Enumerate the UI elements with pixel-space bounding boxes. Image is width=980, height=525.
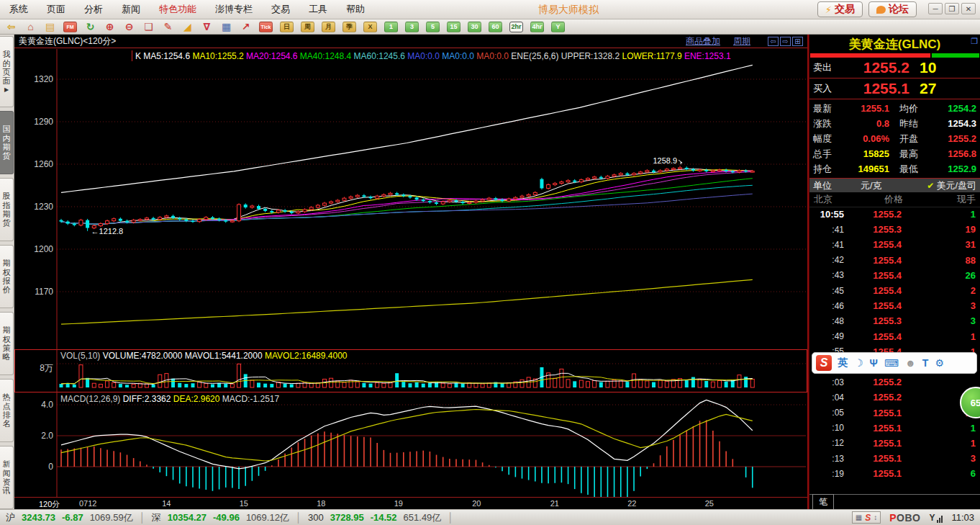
- next-contract-icon[interactable]: ⇨: [780, 37, 791, 46]
- restore-window-icon[interactable]: ❐: [971, 37, 978, 46]
- index-value: 10354.27: [168, 512, 207, 523]
- split-window-icon[interactable]: ⊞: [792, 37, 803, 46]
- indicator-value: MACD(12,26,9): [60, 394, 123, 404]
- menu-item-交易[interactable]: 交易: [262, 0, 299, 19]
- toolbar-copy-icon[interactable]: ❏: [142, 21, 155, 32]
- toolbar-period-4hr[interactable]: 4hr: [530, 22, 544, 32]
- close-button[interactable]: ✕: [961, 3, 976, 14]
- menu-item-澎博专栏[interactable]: 澎博专栏: [206, 0, 262, 19]
- toolbar-period-日[interactable]: 日: [280, 22, 294, 32]
- toolbar-trend-icon[interactable]: ↗: [240, 21, 252, 32]
- index-value: 3728.95: [330, 512, 364, 523]
- sidebar-tab-热点排名[interactable]: 热点排名: [0, 379, 14, 442]
- tick-time: :13: [814, 454, 844, 464]
- stat-value: 1254.2: [925, 103, 976, 114]
- sidebar-tab-我的页面[interactable]: 我的页面▶: [0, 36, 14, 107]
- toolbar-draw-icon[interactable]: ✎: [162, 21, 174, 32]
- tick-time: :19: [814, 469, 844, 479]
- sidebar-tab-期权报价[interactable]: 期权报价: [0, 245, 14, 308]
- toolbar-zoom-in-icon[interactable]: ⊕: [104, 21, 116, 32]
- sidebar-tab-国内期货[interactable]: 国内期货: [0, 111, 14, 174]
- menu-item-帮助[interactable]: 帮助: [337, 0, 374, 19]
- tick-price: 1255.1: [851, 408, 902, 418]
- tick-row: :431255.426: [809, 268, 980, 283]
- overlay-commodity-link[interactable]: 商品叠加: [686, 35, 720, 48]
- ime-keyboard-icon[interactable]: ⌨: [884, 357, 899, 369]
- tab-tick[interactable]: 笔: [812, 494, 834, 509]
- ime-person-icon[interactable]: ☻: [905, 357, 916, 369]
- x-axis-label: 14: [162, 499, 171, 508]
- period-link[interactable]: 周期: [733, 35, 750, 48]
- toolbar-period-60[interactable]: 60: [489, 22, 502, 32]
- toolbar-back-icon[interactable]: ⇦: [5, 21, 17, 32]
- toolbar-period-5[interactable]: 5: [426, 22, 440, 32]
- ime-shirt-icon[interactable]: T: [922, 357, 929, 369]
- tick-price: 1255.1: [851, 468, 902, 479]
- tick-row: :051255.115: [809, 405, 980, 420]
- toolbar-home-icon[interactable]: ⌂: [24, 21, 37, 32]
- menu-item-系统[interactable]: 系统: [0, 0, 37, 19]
- stat-label: 最低: [899, 163, 925, 176]
- tick-volume: 3: [902, 300, 976, 311]
- titlebar-button-论坛[interactable]: 论坛: [868, 1, 917, 17]
- toolbar-period-Y[interactable]: Y: [551, 22, 565, 32]
- bid-row: 买入 1255.1 27: [809, 78, 980, 99]
- tick-price: 1255.1: [851, 423, 902, 434]
- tick-row: :191255.16: [809, 466, 980, 481]
- app-title: 博易大师模拟: [538, 4, 599, 17]
- toolbar-period-3[interactable]: 3: [405, 22, 419, 32]
- index-change: -49.96: [213, 512, 240, 523]
- maximize-button[interactable]: ❐: [945, 3, 959, 14]
- x-axis-label: 19: [394, 499, 403, 508]
- toolbar-report-icon[interactable]: ▦: [220, 21, 232, 32]
- toolbar-period-30[interactable]: 30: [468, 22, 481, 32]
- ime-moon-icon[interactable]: ☽: [854, 357, 863, 369]
- toolbar-refresh-icon[interactable]: ↻: [84, 21, 96, 32]
- ime-tray-widget[interactable]: ▦ S ↕: [852, 511, 881, 524]
- menu-item-新闻[interactable]: 新闻: [112, 0, 150, 19]
- menu-item-页面[interactable]: 页面: [37, 0, 75, 19]
- sidebar-tab-股指期货[interactable]: 股指期货: [0, 178, 14, 241]
- toolbar-period-周[interactable]: 周: [301, 22, 314, 32]
- sidebar-tab-新闻资讯[interactable]: 新闻资讯: [0, 446, 14, 509]
- toolbar-period-季[interactable]: 季: [342, 22, 356, 32]
- toolbar-period-2hr-active[interactable]: 2hr: [509, 22, 523, 32]
- unit-option-yuan-gram[interactable]: 元/克: [861, 179, 882, 192]
- prev-contract-icon[interactable]: ⇦: [768, 37, 779, 46]
- ime-mic-icon[interactable]: Ψ: [870, 357, 878, 369]
- toolbar-period-15[interactable]: 15: [447, 22, 460, 32]
- unit-option-usd-ounce[interactable]: 美元/盘司: [936, 179, 976, 192]
- menu-item-分析[interactable]: 分析: [75, 0, 112, 19]
- toolbar-alert-icon[interactable]: ◢: [181, 21, 194, 32]
- sidebar-tab-期权策略[interactable]: 期权策略: [0, 312, 14, 375]
- toolbar-fm-icon[interactable]: FM: [63, 22, 77, 32]
- toolbar-document-icon[interactable]: ▤: [44, 21, 56, 32]
- tick-volume: 3: [902, 453, 976, 464]
- tick-price: 1255.4: [851, 300, 902, 311]
- toolbar-period-Tick[interactable]: Tick: [259, 22, 273, 32]
- ime-lang-chinese-english-icon[interactable]: 英: [838, 356, 848, 369]
- ime-wrench-icon[interactable]: ⚙: [935, 357, 944, 369]
- toolbar-period-1[interactable]: 1: [384, 22, 398, 32]
- tick-time: 10:55: [814, 209, 844, 220]
- tick-volume: 6: [902, 468, 976, 479]
- stat-value: 1255.2: [925, 133, 976, 144]
- volume-indicator-header: VOL(5,10) VOLUME:4782.0000 MAVOL1:5441.2…: [60, 351, 348, 361]
- menu-bar: 系统页面分析新闻特色功能澎博专栏交易工具帮助 博易大师模拟 ⚡交易论坛 ─❐✕: [0, 0, 980, 19]
- tick-price: 1255.1: [851, 438, 902, 449]
- stat-label: 最高: [899, 148, 925, 161]
- menu-item-特色功能[interactable]: 特色功能: [150, 0, 206, 19]
- stat-value: 1252.9: [925, 163, 976, 174]
- index-name: 深: [152, 511, 161, 524]
- toolbar-period-月[interactable]: 月: [322, 22, 335, 32]
- tick-row: :461255.43: [809, 298, 980, 313]
- toolbar-filter-icon[interactable]: ∇: [201, 21, 213, 32]
- toolbar-zoom-out-icon[interactable]: ⊖: [123, 21, 135, 32]
- minimize-button[interactable]: ─: [928, 3, 943, 14]
- tick-volume: 2: [902, 285, 976, 296]
- titlebar-button-交易[interactable]: ⚡交易: [817, 1, 863, 17]
- menu-item-工具[interactable]: 工具: [299, 0, 337, 19]
- x-axis-label: 0712: [79, 499, 96, 508]
- toolbar-period-X[interactable]: X: [363, 22, 377, 32]
- sogou-logo-icon[interactable]: S: [816, 355, 832, 371]
